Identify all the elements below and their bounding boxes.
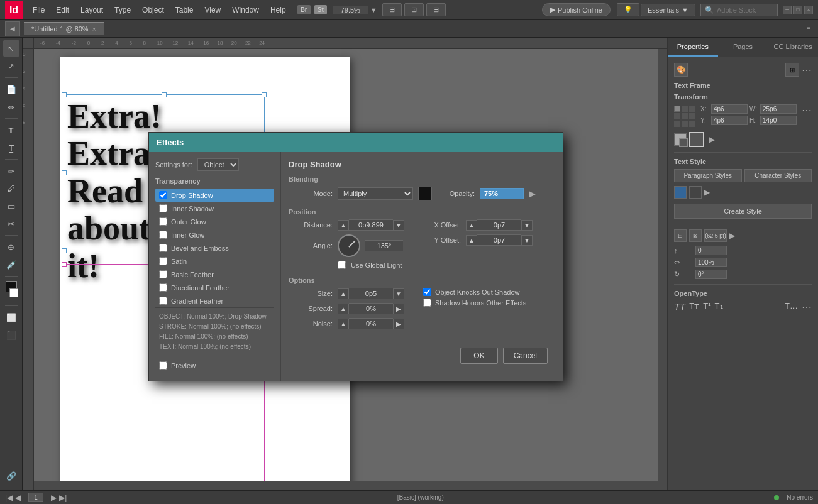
noise-down-btn[interactable]: ▲ bbox=[338, 319, 349, 329]
handle-tr[interactable] bbox=[262, 92, 267, 97]
menu-help[interactable]: Help bbox=[265, 3, 291, 17]
y-input[interactable] bbox=[711, 116, 748, 125]
satin-checkbox[interactable] bbox=[159, 257, 167, 265]
shadow-honors-checkbox[interactable] bbox=[423, 299, 431, 307]
menu-view[interactable]: View bbox=[199, 3, 226, 17]
close-btn[interactable]: × bbox=[804, 6, 813, 14]
tt-more-btn[interactable]: T… bbox=[785, 301, 798, 313]
x-offset-input[interactable] bbox=[477, 219, 521, 231]
scissors-tool[interactable]: ✂ bbox=[3, 216, 19, 232]
menu-object[interactable]: Object bbox=[137, 3, 169, 17]
style-color-2[interactable] bbox=[689, 186, 702, 199]
use-global-light-checkbox[interactable] bbox=[338, 261, 346, 269]
tab-close-btn[interactable]: × bbox=[92, 26, 96, 33]
noise-right-btn[interactable]: ▶ bbox=[393, 319, 404, 329]
y-offset-up-btn[interactable]: ▼ bbox=[521, 235, 533, 246]
menu-layout[interactable]: Layout bbox=[75, 3, 108, 17]
stroke-swatch[interactable] bbox=[689, 132, 704, 147]
cancel-button[interactable]: Cancel bbox=[503, 348, 548, 364]
blend-color-swatch[interactable] bbox=[418, 187, 432, 200]
x-input[interactable] bbox=[711, 104, 748, 114]
effect-bevel-emboss[interactable]: Bevel and Emboss bbox=[155, 241, 274, 255]
ref-ml[interactable] bbox=[674, 113, 680, 119]
layout-btn[interactable]: ⊞ bbox=[382, 3, 402, 16]
tab-pages[interactable]: Pages bbox=[718, 38, 768, 57]
panel-ellipsis-btn[interactable]: ⋯ bbox=[802, 301, 812, 313]
more-options-btn[interactable]: ⋯ bbox=[802, 104, 812, 116]
ref-br[interactable] bbox=[689, 121, 695, 127]
search-input[interactable] bbox=[717, 6, 773, 14]
panel-tool-2[interactable]: ⊠ bbox=[689, 229, 702, 242]
tt-super-btn[interactable]: T¹ bbox=[703, 301, 710, 313]
size-down-btn[interactable]: ▲ bbox=[338, 288, 349, 299]
w-input[interactable] bbox=[760, 104, 797, 114]
tab-properties[interactable]: Properties bbox=[668, 38, 718, 57]
pen-tool[interactable]: 🖊 bbox=[3, 180, 19, 197]
publish-online-button[interactable]: ▶ Publish Online bbox=[542, 3, 611, 16]
ok-button[interactable]: OK bbox=[460, 348, 497, 364]
menu-table[interactable]: Table bbox=[170, 3, 199, 17]
scale-input[interactable] bbox=[695, 258, 727, 267]
arrange-documents-btn[interactable]: ≡ bbox=[807, 25, 810, 32]
menu-edit[interactable]: Edit bbox=[51, 3, 74, 17]
rectangle-tool[interactable]: ▭ bbox=[3, 198, 19, 214]
preview-checkbox[interactable] bbox=[159, 361, 167, 370]
vertical-scrollbar[interactable] bbox=[658, 49, 667, 490]
panel-more-btn[interactable]: ⋯ bbox=[802, 64, 812, 76]
minimize-btn[interactable]: ─ bbox=[783, 6, 792, 14]
collapse-panel-btn[interactable]: ◀ bbox=[5, 21, 20, 36]
x-offset-up-btn[interactable]: ▼ bbox=[521, 220, 533, 231]
style-right-arrow[interactable]: ▶ bbox=[704, 188, 710, 197]
inner-shadow-checkbox[interactable] bbox=[159, 204, 167, 212]
drop-shadow-checkbox[interactable] bbox=[159, 191, 167, 199]
eyedropper-tool[interactable]: 💉 bbox=[3, 256, 19, 273]
horizontal-scrollbar[interactable] bbox=[34, 481, 658, 490]
rotate-input[interactable] bbox=[695, 270, 727, 279]
handle-tc[interactable] bbox=[162, 92, 167, 97]
links-btn[interactable]: 🔗 bbox=[3, 468, 19, 484]
effect-basic-feather[interactable]: Basic Feather bbox=[155, 268, 274, 281]
x-offset-down-btn[interactable]: ▲ bbox=[466, 220, 477, 231]
type-path-tool[interactable]: T̲ bbox=[3, 140, 19, 156]
ref-mc[interactable] bbox=[682, 113, 688, 119]
create-style-btn[interactable]: Create Style bbox=[674, 204, 812, 219]
h-input[interactable] bbox=[760, 116, 797, 125]
menu-file[interactable]: File bbox=[28, 3, 50, 17]
menu-window[interactable]: Window bbox=[227, 3, 264, 17]
spread-right-btn[interactable]: ▶ bbox=[393, 304, 404, 314]
panel-input-width[interactable]: (62.5 pt) bbox=[704, 229, 727, 242]
handle-bl[interactable] bbox=[62, 248, 67, 253]
next-page-btn[interactable]: ▶ bbox=[51, 493, 57, 502]
effect-drop-shadow[interactable]: Drop Shadow bbox=[155, 189, 274, 202]
distance-down-btn[interactable]: ▲ bbox=[338, 220, 349, 231]
outer-glow-checkbox[interactable] bbox=[159, 217, 167, 226]
opacity-input[interactable] bbox=[480, 188, 524, 199]
document-tab[interactable]: *Untitled-1 @ 80% × bbox=[24, 22, 104, 35]
bevel-emboss-checkbox[interactable] bbox=[159, 244, 167, 252]
y-offset-down-btn[interactable]: ▲ bbox=[466, 235, 477, 246]
settings-for-select[interactable]: Object Stroke Fill Text bbox=[197, 158, 239, 171]
tt-sub-btn[interactable]: T₁ bbox=[715, 301, 723, 313]
stock-icon[interactable]: St bbox=[314, 5, 327, 14]
type-tool[interactable]: T bbox=[3, 122, 19, 138]
empty-handle-tl[interactable] bbox=[62, 262, 67, 267]
prev-page-btn[interactable]: ◀ bbox=[15, 493, 21, 502]
swap-arrow[interactable]: ▶ bbox=[709, 135, 715, 144]
inner-glow-checkbox[interactable] bbox=[159, 231, 167, 239]
basic-feather-checkbox[interactable] bbox=[159, 270, 167, 278]
effect-satin[interactable]: Satin bbox=[155, 255, 274, 268]
select-tool[interactable]: ↖ bbox=[3, 40, 19, 57]
effect-directional-feather[interactable]: Directional Feather bbox=[155, 281, 274, 294]
preview-mode[interactable]: ⬛ bbox=[3, 327, 19, 343]
noise-input[interactable] bbox=[349, 318, 393, 329]
distance-input[interactable] bbox=[349, 219, 393, 231]
page-number-input[interactable] bbox=[28, 493, 43, 502]
essentials-btn[interactable]: Essentials ▼ bbox=[641, 4, 695, 16]
normal-view[interactable]: ⬜ bbox=[3, 309, 19, 326]
gap-tool[interactable]: ⇔ bbox=[3, 99, 19, 115]
distance-up-btn[interactable]: ▼ bbox=[393, 220, 404, 231]
size-input[interactable] bbox=[349, 288, 393, 299]
zoom-input[interactable] bbox=[333, 6, 368, 14]
panel-tool-1[interactable]: ⊟ bbox=[674, 229, 687, 242]
menu-type[interactable]: Type bbox=[109, 3, 136, 17]
